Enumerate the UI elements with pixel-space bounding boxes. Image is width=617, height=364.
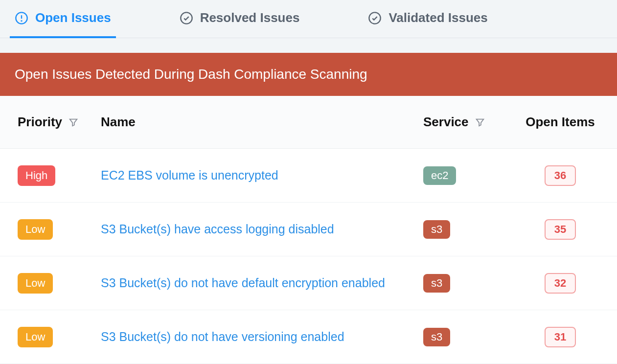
svg-point-4: [369, 12, 381, 23]
check-circle-icon: [368, 11, 382, 25]
banner-title: Open Issues Detected During Dash Complia…: [0, 53, 617, 96]
cell-open-items: 32: [521, 273, 599, 294]
cell-priority: Low: [18, 273, 101, 294]
cell-name: S3 Bucket(s) do not have versioning enab…: [101, 330, 423, 344]
svg-point-2: [21, 21, 22, 21]
col-header-priority[interactable]: Priority: [18, 114, 101, 130]
alert-circle-icon: [15, 11, 28, 25]
priority-badge: Low: [18, 273, 53, 294]
col-header-open-items: Open Items: [521, 114, 599, 130]
cell-open-items: 36: [521, 165, 599, 186]
table-row: LowS3 Bucket(s) do not have default encr…: [0, 256, 617, 310]
tab-resolved-issues[interactable]: Resolved Issues: [175, 0, 305, 38]
cell-name: S3 Bucket(s) do not have default encrypt…: [101, 276, 423, 290]
cell-service: s3: [423, 274, 521, 293]
cell-name: EC2 EBS volume is unencrypted: [101, 168, 423, 182]
open-items-badge: 32: [545, 273, 576, 294]
issue-link[interactable]: S3 Bucket(s) do not have versioning enab…: [101, 330, 344, 344]
cell-service: s3: [423, 220, 521, 239]
tab-label: Validated Issues: [388, 10, 487, 25]
issue-link[interactable]: S3 Bucket(s) do not have default encrypt…: [101, 276, 385, 290]
cell-priority: Low: [18, 219, 101, 240]
cell-service: ec2: [423, 166, 521, 185]
tab-open-issues[interactable]: Open Issues: [10, 0, 116, 38]
table-row: HighEC2 EBS volume is unencryptedec236: [0, 149, 617, 203]
issue-link[interactable]: S3 Bucket(s) have access logging disable…: [101, 222, 334, 236]
tabs-bar: Open Issues Resolved Issues Validated Is…: [0, 0, 617, 38]
issues-table: Priority Name Service Open Items HighEC2…: [0, 96, 617, 364]
tab-label: Resolved Issues: [200, 10, 300, 25]
cell-name: S3 Bucket(s) have access logging disable…: [101, 222, 423, 236]
table-header: Priority Name Service Open Items: [0, 96, 617, 149]
service-badge: s3: [423, 328, 450, 346]
cell-service: s3: [423, 328, 521, 346]
filter-icon[interactable]: [68, 117, 79, 128]
table-row: LowS3 Bucket(s) do not have versioning e…: [0, 310, 617, 364]
cell-priority: High: [18, 165, 101, 186]
tab-label: Open Issues: [35, 10, 111, 25]
col-header-label: Service: [423, 114, 469, 130]
cell-open-items: 35: [521, 219, 599, 240]
col-header-label: Priority: [18, 114, 62, 130]
open-items-badge: 35: [545, 219, 576, 240]
service-badge: s3: [423, 220, 450, 239]
service-badge: ec2: [423, 166, 456, 185]
filter-icon[interactable]: [475, 117, 485, 128]
service-badge: s3: [423, 274, 450, 293]
cell-open-items: 31: [521, 327, 599, 347]
table-row: LowS3 Bucket(s) have access logging disa…: [0, 203, 617, 256]
check-circle-icon: [180, 11, 193, 25]
svg-point-3: [181, 12, 192, 23]
issue-link[interactable]: EC2 EBS volume is unencrypted: [101, 168, 278, 182]
col-header-name: Name: [101, 114, 423, 130]
priority-badge: High: [18, 165, 55, 186]
open-items-badge: 36: [545, 165, 576, 186]
priority-badge: Low: [18, 219, 53, 240]
col-header-label: Name: [101, 114, 136, 130]
priority-badge: Low: [18, 327, 53, 347]
col-header-service[interactable]: Service: [423, 114, 521, 130]
cell-priority: Low: [18, 327, 101, 347]
col-header-label: Open Items: [526, 114, 595, 130]
tab-validated-issues[interactable]: Validated Issues: [363, 0, 492, 38]
open-items-badge: 31: [545, 327, 576, 347]
